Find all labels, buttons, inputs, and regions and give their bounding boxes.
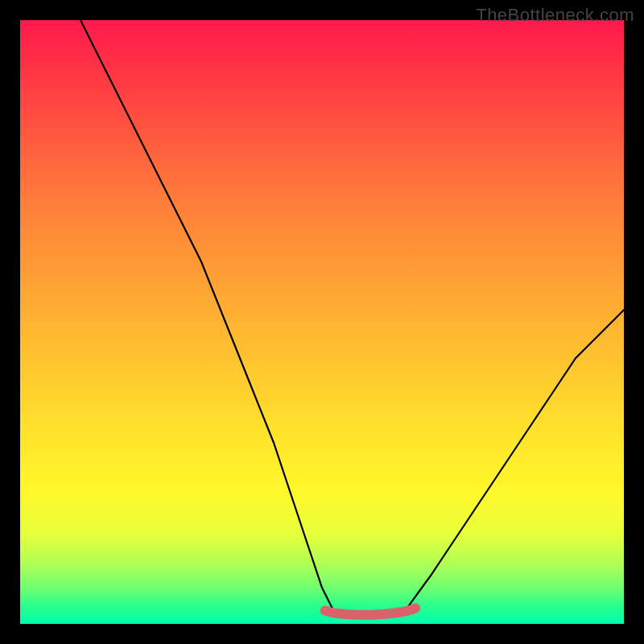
curve-overlay — [20, 20, 624, 624]
plot-area — [20, 20, 624, 624]
watermark-text: TheBottleneck.com — [476, 5, 634, 26]
trough-highlight — [325, 609, 416, 615]
bottleneck-curve — [80, 20, 624, 615]
plot-inner — [20, 20, 624, 624]
